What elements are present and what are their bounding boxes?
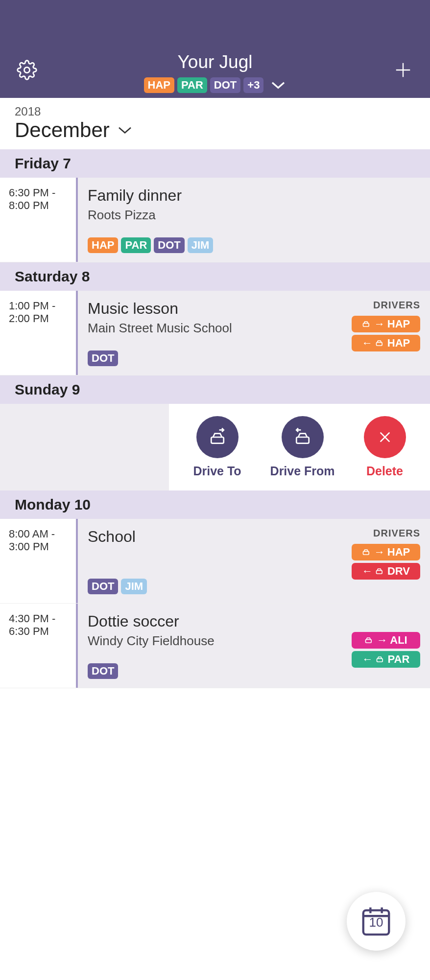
event-tags: DOT bbox=[88, 663, 352, 679]
event-start: 1:00 PM - bbox=[9, 300, 71, 312]
event-location: Main Street Music School bbox=[88, 321, 352, 336]
filter-tag-more[interactable]: +3 bbox=[243, 77, 263, 93]
arrow-right-icon: → bbox=[374, 546, 385, 559]
event-tag: DOT bbox=[88, 350, 118, 366]
driver-from-badge[interactable]: ← PAR bbox=[352, 651, 420, 668]
event-time: 4:30 PM - 6:30 PM bbox=[0, 604, 76, 688]
chevron-down-icon[interactable] bbox=[270, 80, 286, 90]
driver-from-badge[interactable]: ← DRV bbox=[352, 563, 420, 580]
event-drivers: DRIVERS → HAP ← HAP bbox=[352, 300, 420, 366]
svg-rect-4 bbox=[296, 437, 309, 443]
filter-tag-dot[interactable]: DOT bbox=[210, 77, 240, 93]
header-center: Your Jugl HAP PAR DOT +3 bbox=[39, 52, 391, 93]
event-end: 8:00 PM bbox=[9, 199, 71, 212]
car-to-icon bbox=[362, 548, 372, 556]
action-spacer bbox=[0, 404, 169, 490]
date-selector[interactable]: 2018 December bbox=[0, 98, 430, 149]
driver-name: HAP bbox=[387, 318, 410, 330]
event-time: 1:00 PM - 2:00 PM bbox=[0, 291, 76, 375]
car-from-icon bbox=[292, 427, 313, 447]
month-row: December bbox=[15, 118, 415, 142]
delete-circle bbox=[364, 416, 406, 458]
svg-rect-2 bbox=[376, 342, 382, 346]
gear-icon bbox=[17, 60, 37, 80]
event-tag: HAP bbox=[88, 237, 118, 253]
event-end: 6:30 PM bbox=[9, 625, 71, 638]
event-start: 6:30 PM - bbox=[9, 187, 71, 199]
plus-icon bbox=[394, 61, 412, 79]
event-time: 6:30 PM - 8:00 PM bbox=[0, 178, 76, 262]
event-item[interactable]: 6:30 PM - 8:00 PM Family dinner Roots Pi… bbox=[0, 178, 430, 262]
driver-to-badge[interactable]: → HAP bbox=[352, 544, 420, 560]
swipe-action-row: Drive To Drive From Delete bbox=[0, 404, 430, 490]
car-to-icon bbox=[362, 320, 372, 328]
event-item[interactable]: 8:00 AM - 3:00 PM School DOT JIM DRIVERS… bbox=[0, 519, 430, 604]
header-inner: Your Jugl HAP PAR DOT +3 bbox=[0, 52, 430, 93]
event-time: 8:00 AM - 3:00 PM bbox=[0, 519, 76, 603]
drivers-label: DRIVERS bbox=[352, 300, 420, 311]
event-start: 8:00 AM - bbox=[9, 528, 71, 540]
action-label: Drive To bbox=[193, 464, 241, 478]
delete-button[interactable]: Delete bbox=[364, 416, 406, 478]
chevron-down-icon[interactable] bbox=[117, 125, 133, 136]
car-from-icon bbox=[376, 655, 385, 663]
svg-rect-5 bbox=[363, 551, 369, 555]
event-content: Family dinner Roots Pizza HAP PAR DOT JI… bbox=[76, 178, 430, 262]
driver-name: ALI bbox=[390, 634, 407, 647]
driver-name: PAR bbox=[388, 653, 410, 666]
today-fab[interactable]: 10 bbox=[347, 892, 406, 951]
driver-from-badge[interactable]: ← HAP bbox=[352, 335, 420, 351]
year-label: 2018 bbox=[15, 105, 415, 118]
filter-tag-hap[interactable]: HAP bbox=[144, 77, 174, 93]
day-header-saturday: Saturday 8 bbox=[0, 262, 430, 291]
event-tag: DOT bbox=[88, 663, 118, 679]
event-end: 2:00 PM bbox=[9, 312, 71, 325]
app-title: Your Jugl bbox=[178, 52, 253, 72]
event-tag: JIM bbox=[188, 237, 214, 253]
svg-rect-3 bbox=[211, 437, 223, 443]
action-label: Delete bbox=[366, 464, 403, 478]
drive-to-circle bbox=[196, 416, 239, 458]
arrow-right-icon: → bbox=[377, 634, 387, 647]
add-button[interactable] bbox=[391, 58, 415, 82]
event-item[interactable]: 4:30 PM - 6:30 PM Dottie soccer Windy Ci… bbox=[0, 604, 430, 688]
car-to-icon bbox=[207, 427, 228, 447]
event-drivers: → ALI ← PAR bbox=[352, 612, 420, 679]
close-icon bbox=[377, 429, 393, 445]
calendar-icon: 10 bbox=[359, 903, 393, 939]
action-buttons: Drive To Drive From Delete bbox=[169, 404, 430, 490]
event-start: 4:30 PM - bbox=[9, 612, 71, 625]
driver-name: HAP bbox=[387, 546, 410, 559]
event-item[interactable]: 1:00 PM - 2:00 PM Music lesson Main Stre… bbox=[0, 291, 430, 375]
driver-to-badge[interactable]: → HAP bbox=[352, 316, 420, 332]
drive-to-button[interactable]: Drive To bbox=[193, 416, 241, 478]
header-filter-tags[interactable]: HAP PAR DOT +3 bbox=[144, 77, 287, 93]
arrow-left-icon: ← bbox=[362, 653, 373, 666]
event-title: School bbox=[88, 528, 352, 546]
month-label: December bbox=[15, 118, 110, 142]
fab-day-number: 10 bbox=[359, 915, 393, 930]
drive-from-button[interactable]: Drive From bbox=[270, 416, 335, 478]
svg-rect-1 bbox=[363, 323, 369, 327]
event-tag: DOT bbox=[88, 579, 118, 594]
car-from-icon bbox=[375, 339, 385, 347]
svg-rect-6 bbox=[376, 570, 382, 574]
event-location: Roots Pizza bbox=[88, 208, 420, 223]
event-tags: HAP PAR DOT JIM bbox=[88, 237, 420, 253]
day-header-friday: Friday 7 bbox=[0, 149, 430, 178]
driver-name: HAP bbox=[387, 337, 410, 350]
event-tag: DOT bbox=[154, 237, 184, 253]
event-content: Dottie soccer Windy City Fieldhouse DOT … bbox=[76, 604, 430, 688]
filter-tag-par[interactable]: PAR bbox=[177, 77, 207, 93]
action-label: Drive From bbox=[270, 464, 335, 478]
event-title: Dottie soccer bbox=[88, 612, 352, 630]
day-header-sunday: Sunday 9 bbox=[0, 375, 430, 404]
drive-from-circle bbox=[282, 416, 324, 458]
svg-rect-8 bbox=[377, 658, 382, 662]
driver-to-badge[interactable]: → ALI bbox=[352, 632, 420, 649]
driver-name: DRV bbox=[387, 565, 410, 578]
car-to-icon bbox=[364, 636, 374, 644]
drivers-label: DRIVERS bbox=[352, 528, 420, 539]
settings-button[interactable] bbox=[15, 58, 39, 82]
event-tag: JIM bbox=[121, 579, 147, 594]
